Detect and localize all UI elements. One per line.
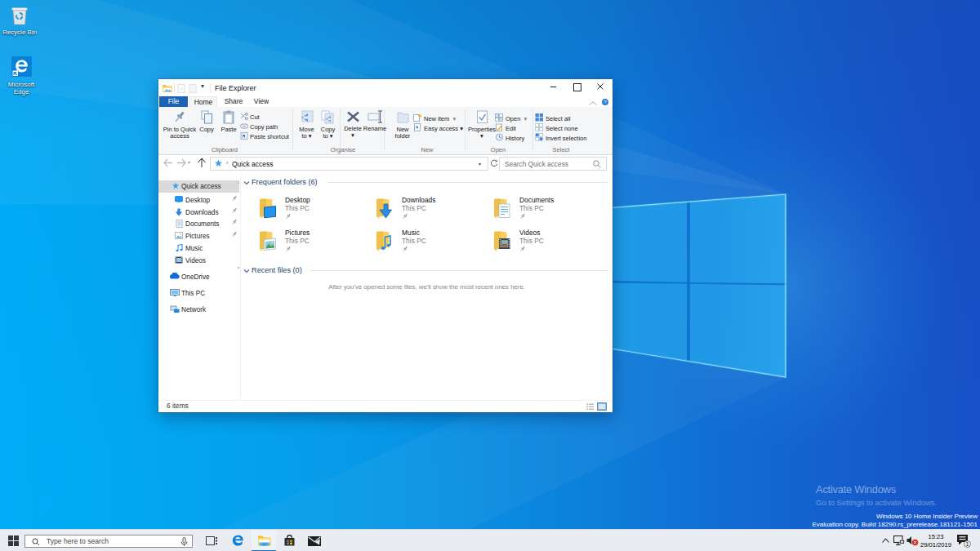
svg-text:1: 1 bbox=[966, 541, 969, 547]
svg-text:?: ? bbox=[604, 99, 607, 104]
